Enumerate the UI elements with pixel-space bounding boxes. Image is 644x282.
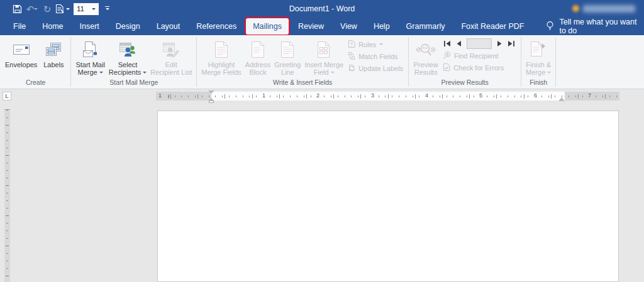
ruler-number: 5: [478, 92, 484, 99]
insert-merge-field-button[interactable]: Insert Merge Field: [303, 37, 345, 76]
tab-stop-selector[interactable]: L: [3, 92, 11, 100]
tab-design[interactable]: Design: [108, 18, 148, 35]
tab-help[interactable]: Help: [365, 18, 398, 35]
tell-me-search[interactable]: Tell me what you want to do: [546, 18, 644, 35]
customize-qat-icon[interactable]: [105, 6, 109, 12]
finish-merge-icon: [530, 38, 547, 61]
font-size-selector[interactable]: 11: [74, 3, 99, 15]
ruler-number: 4: [424, 92, 430, 99]
address-block-icon: [251, 38, 265, 61]
ruler-number: 6: [533, 92, 538, 99]
group-write-insert-fields: Highlight Merge Fields Address Block Gre…: [197, 35, 408, 89]
group-start-mail-merge: Start Mail Merge Select Recipients Edit …: [71, 35, 196, 89]
font-size-value: 11: [77, 5, 84, 13]
group-separator: [555, 37, 556, 87]
user-name-redacted: [583, 5, 635, 13]
labels-button[interactable]: Labels: [39, 37, 68, 68]
highlight-merge-fields-icon: [214, 38, 228, 61]
tab-view[interactable]: View: [332, 18, 365, 35]
tab-references[interactable]: References: [188, 18, 245, 35]
account-badge[interactable]: [572, 3, 635, 14]
rules-icon: [348, 40, 355, 50]
tab-file[interactable]: File: [5, 18, 34, 35]
match-fields-button[interactable]: Match Fields: [345, 50, 406, 62]
document-page[interactable]: [157, 111, 619, 282]
edit-recipient-list-button[interactable]: Edit Recipient List: [148, 37, 194, 76]
record-navigator: [440, 37, 518, 50]
tab-grammarly[interactable]: Grammarly: [398, 18, 453, 35]
edit-recipient-list-icon: [162, 38, 180, 61]
labels-icon: [45, 38, 62, 61]
undo-icon[interactable]: ↶: [25, 2, 39, 16]
first-record-icon[interactable]: [443, 40, 452, 48]
previous-record-icon[interactable]: [454, 40, 463, 48]
envelope-icon: [13, 38, 30, 61]
document-workspace: L 1 1 2 3 4 5 6 7: [0, 90, 644, 282]
tab-insert[interactable]: Insert: [72, 18, 108, 35]
tab-review[interactable]: Review: [290, 18, 332, 35]
select-recipients-button[interactable]: Select Recipients: [107, 37, 148, 76]
next-record-icon[interactable]: [496, 40, 504, 48]
group-label-finish: Finish: [521, 78, 555, 89]
preview-results-button[interactable]: Preview Results: [411, 37, 440, 76]
last-record-icon[interactable]: [507, 40, 516, 48]
tell-me-label: Tell me what you want to do: [559, 18, 644, 35]
group-finish: Finish & Merge Finish: [521, 35, 555, 89]
update-labels-icon: [348, 63, 355, 73]
match-fields-icon: [348, 52, 355, 62]
group-label-preview-results: Preview Results: [409, 78, 521, 89]
ruler-number: 2: [315, 92, 321, 99]
title-bar: ↶ ↻ 11 Document1 - Word: [0, 0, 644, 18]
ruler-number: 3: [370, 92, 375, 99]
address-block-button[interactable]: Address Block: [243, 37, 272, 76]
chevron-down-icon: [331, 72, 335, 75]
check-for-errors-button[interactable]: Check for Errors: [440, 62, 518, 73]
ribbon-tab-bar: File Home Insert Design Layout Reference…: [0, 18, 644, 35]
preview-results-icon: [415, 38, 436, 61]
tab-foxit-reader-pdf[interactable]: Foxit Reader PDF: [453, 18, 532, 35]
start-mail-merge-button[interactable]: Start Mail Merge: [74, 37, 106, 76]
find-recipient-icon: [443, 51, 451, 60]
chevron-down-icon: [143, 72, 147, 75]
lightbulb-icon: [546, 21, 554, 33]
user-avatar: [572, 5, 579, 12]
greeting-line-button[interactable]: Greeting Line: [272, 37, 303, 76]
insert-merge-field-icon: [316, 38, 331, 61]
left-indent-marker[interactable]: [209, 100, 214, 103]
group-preview-results: Preview Results: [409, 35, 521, 89]
group-label-start-mail-merge: Start Mail Merge: [71, 78, 196, 89]
finish-and-merge-button[interactable]: Finish & Merge: [524, 37, 553, 76]
group-label-create: Create: [1, 78, 70, 89]
group-label-write-insert-fields: Write & Insert Fields: [197, 78, 408, 89]
ribbon-mailings: Envelopes Labels Create Start Mail Merge: [0, 35, 644, 89]
chevron-down-icon: [547, 72, 551, 75]
tab-layout[interactable]: Layout: [148, 18, 189, 35]
horizontal-ruler: 1 1 2 3 4 5 6 7: [156, 92, 619, 100]
check-for-errors-icon: [443, 63, 450, 73]
right-indent-marker[interactable]: [558, 94, 565, 101]
ruler-number: 1: [157, 92, 163, 99]
highlight-merge-fields-button[interactable]: Highlight Merge Fields: [199, 37, 243, 76]
envelopes-button[interactable]: Envelopes: [3, 37, 39, 68]
update-labels-button[interactable]: Update Labels: [345, 62, 406, 74]
chevron-down-icon: [379, 43, 383, 47]
chevron-down-icon: [99, 72, 103, 75]
save-icon[interactable]: [10, 2, 24, 16]
vertical-ruler: [4, 109, 10, 282]
ruler-number: 1: [261, 92, 267, 99]
start-mail-merge-icon: [82, 38, 99, 61]
quick-access-toolbar: ↶ ↻ 11: [0, 2, 109, 16]
redo-icon[interactable]: ↻: [40, 2, 54, 16]
ruler-number: 7: [587, 92, 592, 99]
go-to-record-input[interactable]: [467, 38, 492, 49]
tab-mailings-selected[interactable]: Mailings: [246, 18, 289, 35]
find-recipient-button[interactable]: Find Recipient: [440, 50, 518, 62]
tab-home[interactable]: Home: [34, 18, 71, 35]
group-create: Envelopes Labels Create: [1, 35, 70, 89]
select-recipients-icon: [119, 38, 136, 61]
greeting-line-icon: [280, 38, 294, 61]
rules-button[interactable]: Rules: [345, 38, 406, 50]
mail-merge-wizard-icon[interactable]: [55, 2, 70, 16]
